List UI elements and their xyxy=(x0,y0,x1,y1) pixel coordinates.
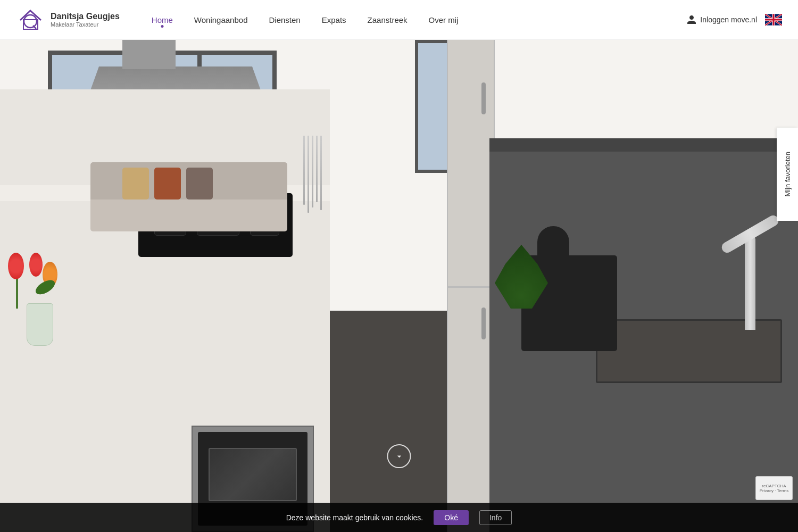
hero-section xyxy=(0,40,798,532)
login-text: Inloggen move.nl xyxy=(700,15,757,24)
logo-icon xyxy=(16,5,45,35)
chevron-down-icon xyxy=(394,452,404,461)
logo-link[interactable]: Danitsja Geugjes Makelaar Taxateur xyxy=(16,5,120,35)
nav-item-expats[interactable]: Expats xyxy=(322,15,346,24)
favorieten-label: Mijn favorieten xyxy=(784,152,792,197)
faucet xyxy=(745,234,755,330)
site-header: Danitsja Geugjes Makelaar Taxateur Home … xyxy=(0,0,798,40)
cookie-message: Deze website maakt gebruik van cookies. xyxy=(286,513,423,522)
nav-item-diensten[interactable]: Diensten xyxy=(269,15,301,24)
recaptcha-text: reCAPTCHAPrivacy · Terms xyxy=(760,484,789,493)
logo-subtitle: Makelaar Taxateur xyxy=(51,21,120,28)
nav-item-woningaanbod[interactable]: Woningaanbod xyxy=(194,15,248,24)
recaptcha-badge: reCAPTCHAPrivacy · Terms xyxy=(755,476,793,500)
knife-block xyxy=(301,136,327,231)
nav-item-home[interactable]: Home xyxy=(152,15,173,24)
cookie-ok-button[interactable]: Oké xyxy=(434,510,469,525)
header-right: Inloggen move.nl xyxy=(686,14,782,26)
scroll-down-button[interactable] xyxy=(387,444,411,468)
couch xyxy=(90,162,287,242)
language-flag[interactable] xyxy=(765,14,782,26)
cookie-bar: Deze website maakt gebruik van cookies. … xyxy=(0,503,798,532)
logo-name: Danitsja Geugjes xyxy=(51,12,120,21)
range-hood-duct xyxy=(122,40,176,69)
plant-right xyxy=(500,250,543,330)
nav-item-zaanstreek[interactable]: Zaanstreek xyxy=(368,15,408,24)
cookie-info-button[interactable]: Info xyxy=(479,510,512,525)
favorieten-tab[interactable]: Mijn favorieten xyxy=(777,128,798,221)
nav-item-over-mij[interactable]: Over mij xyxy=(429,15,459,24)
flowers xyxy=(5,239,74,346)
login-link[interactable]: Inloggen move.nl xyxy=(686,14,757,25)
user-icon xyxy=(686,14,697,25)
main-nav: Home Woningaanbod Diensten Expats Zaanst… xyxy=(152,15,687,24)
refrigerator xyxy=(447,40,495,532)
